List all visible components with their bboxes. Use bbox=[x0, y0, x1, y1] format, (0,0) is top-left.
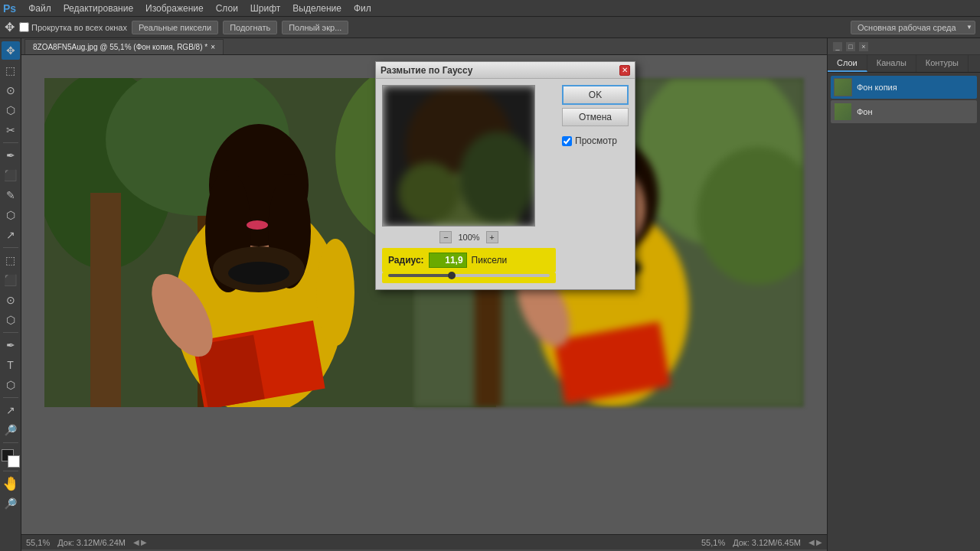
ok-button[interactable]: OK bbox=[562, 85, 629, 105]
text-tool[interactable]: T bbox=[2, 356, 20, 374]
workspace-selector[interactable]: Основная рабочая среда bbox=[851, 21, 975, 34]
menu-edit[interactable]: Редактирование bbox=[57, 2, 139, 15]
radius-slider-thumb[interactable] bbox=[448, 272, 456, 279]
preview-svg bbox=[383, 86, 535, 227]
fit-button[interactable]: Подогнать bbox=[223, 21, 277, 34]
tab-paths[interactable]: Контуры bbox=[916, 55, 969, 72]
pen-tool[interactable]: ✒ bbox=[2, 336, 20, 354]
tab-layers[interactable]: Слои bbox=[828, 55, 867, 72]
toolbar-separator-4 bbox=[3, 397, 18, 398]
app-logo: Ps bbox=[3, 2, 16, 15]
nav-prev[interactable]: ◀ bbox=[133, 538, 139, 546]
doc-size-1: Док: 3.12M/6.24M bbox=[57, 538, 126, 547]
zoom-out-button[interactable]: − bbox=[439, 231, 452, 243]
dialog-body: − 100% + Радиус: Пиксели bbox=[376, 79, 635, 289]
panel-header: _ □ × bbox=[828, 38, 980, 55]
crop-tool[interactable]: ✂ bbox=[2, 121, 20, 139]
shape-tool[interactable]: ⬡ bbox=[2, 376, 20, 394]
panel-minimize[interactable]: _ bbox=[832, 41, 843, 52]
zoom-percent: 100% bbox=[458, 233, 479, 242]
background-color[interactable] bbox=[8, 455, 20, 468]
menu-select[interactable]: Выделение bbox=[286, 2, 348, 15]
options-bar: ✥ Прокрутка во всех окнах Реальные пиксе… bbox=[0, 17, 980, 38]
radius-input[interactable] bbox=[429, 253, 467, 268]
menu-layers[interactable]: Слои bbox=[210, 2, 244, 15]
zoom-tool-2[interactable]: 🔎 bbox=[2, 494, 20, 513]
hand-tool-icon: ✥ bbox=[5, 20, 15, 34]
zoom-tool[interactable]: 🔎 bbox=[2, 421, 20, 439]
scroll-all-windows-label[interactable]: Прокрутка во всех окнах bbox=[19, 22, 127, 32]
gaussian-blur-dialog[interactable]: Размытие по Гауссу ✕ − bbox=[375, 61, 635, 290]
eraser-tool[interactable]: ⬚ bbox=[2, 251, 20, 269]
toolbar-separator-2 bbox=[3, 247, 18, 248]
right-panels: _ □ × Слои Каналы Контуры Фон копия Фон bbox=[827, 38, 980, 551]
dialog-preview[interactable] bbox=[382, 85, 535, 227]
zoom-level-2: 55,1% bbox=[701, 538, 725, 547]
real-pixels-button[interactable]: Реальные пиксели bbox=[132, 21, 218, 34]
tab-channels[interactable]: Каналы bbox=[867, 55, 916, 72]
toolbar-separator-3 bbox=[3, 332, 18, 333]
nav-next-2[interactable]: ▶ bbox=[816, 538, 822, 546]
dialog-close-button[interactable]: ✕ bbox=[619, 65, 630, 76]
path-select-tool[interactable]: ↗ bbox=[2, 401, 20, 419]
toolbar-separator-5 bbox=[3, 442, 18, 443]
layer-name-bg: Фон bbox=[857, 107, 873, 116]
cancel-button[interactable]: Отмена bbox=[562, 108, 629, 126]
preview-controls: − 100% + bbox=[382, 231, 556, 243]
full-screen-button[interactable]: Полный экр... bbox=[282, 21, 348, 34]
svg-point-16 bbox=[316, 239, 354, 346]
radius-label: Радиус: bbox=[388, 255, 424, 266]
clone-tool[interactable]: ⬡ bbox=[2, 206, 20, 224]
quick-select-tool[interactable]: ⬡ bbox=[2, 101, 20, 119]
menu-filter[interactable]: Фил bbox=[348, 2, 377, 15]
nav-prev-2[interactable]: ◀ bbox=[808, 538, 815, 546]
panel-content: Фон копия Фон bbox=[828, 73, 980, 551]
blur-tool[interactable]: ⊙ bbox=[2, 291, 20, 309]
dialog-left-col: − 100% + Радиус: Пиксели bbox=[382, 85, 556, 283]
svg-rect-5 bbox=[90, 193, 121, 407]
doc-size-2: Док: 3.12M/6.45M bbox=[733, 538, 801, 547]
history-brush-tool[interactable]: ↗ bbox=[2, 226, 20, 244]
toolbar-separator bbox=[3, 142, 18, 143]
panel-close[interactable]: × bbox=[858, 41, 869, 52]
scroll-all-windows-checkbox[interactable] bbox=[19, 22, 29, 32]
radius-slider[interactable] bbox=[388, 274, 550, 277]
doc-tab-1[interactable]: 8ZOA8FN5Aug.jpg @ 55,1% (Фон копия, RGB/… bbox=[24, 39, 224, 54]
menu-bar: Ps Файл Редактирование Изображение Слои … bbox=[0, 0, 980, 17]
preview-checkbox[interactable] bbox=[562, 136, 572, 146]
nav-arrows: ◀ ▶ bbox=[133, 538, 147, 546]
layer-thumb-bg bbox=[834, 103, 852, 121]
left-toolbar: ✥ ⬚ ⊙ ⬡ ✂ ✒ ⬛ ✎ ⬡ ↗ ⬚ ⬛ ⊙ ⬡ ✒ T ⬡ ↗ 🔎 🤚 … bbox=[0, 38, 21, 551]
nav-next[interactable]: ▶ bbox=[141, 538, 147, 546]
gradient-tool[interactable]: ⬛ bbox=[2, 271, 20, 289]
zoom-in-button[interactable]: + bbox=[486, 231, 498, 243]
radius-slider-wrap bbox=[382, 272, 556, 283]
radius-row: Радиус: Пиксели bbox=[382, 248, 556, 272]
layer-item-copy[interactable]: Фон копия bbox=[831, 76, 977, 99]
dialog-right-col: OK Отмена Просмотр bbox=[556, 85, 629, 283]
panel-window-controls: _ □ × bbox=[832, 41, 869, 52]
dialog-title: Размытие по Гауссу bbox=[381, 65, 472, 76]
move-tool[interactable]: ✥ bbox=[2, 41, 20, 60]
radius-unit: Пиксели bbox=[472, 255, 508, 266]
svg-point-35 bbox=[459, 132, 535, 223]
panel-maximize[interactable]: □ bbox=[845, 41, 856, 52]
dodge-tool[interactable]: ⬡ bbox=[2, 311, 20, 329]
svg-point-18 bbox=[247, 220, 268, 230]
lasso-tool[interactable]: ⊙ bbox=[2, 81, 20, 99]
menu-file[interactable]: Файл bbox=[22, 2, 57, 15]
menu-font[interactable]: Шрифт bbox=[244, 2, 286, 15]
dialog-titlebar: Размытие по Гауссу ✕ bbox=[376, 62, 635, 79]
layer-thumb-copy bbox=[834, 78, 852, 96]
brush-tool[interactable]: ✎ bbox=[2, 186, 20, 204]
preview-checkbox-row: Просмотр bbox=[562, 135, 629, 146]
color-boxes[interactable] bbox=[2, 449, 20, 468]
svg-point-17 bbox=[228, 262, 289, 285]
close-tab-1[interactable]: × bbox=[211, 43, 215, 51]
healing-tool[interactable]: ⬛ bbox=[2, 166, 20, 184]
layer-item-bg[interactable]: Фон bbox=[831, 100, 977, 123]
menu-image[interactable]: Изображение bbox=[139, 2, 210, 15]
eyedropper-tool[interactable]: ✒ bbox=[2, 146, 20, 165]
hand-tool[interactable]: 🤚 bbox=[2, 474, 20, 493]
marquee-tool[interactable]: ⬚ bbox=[2, 61, 20, 80]
